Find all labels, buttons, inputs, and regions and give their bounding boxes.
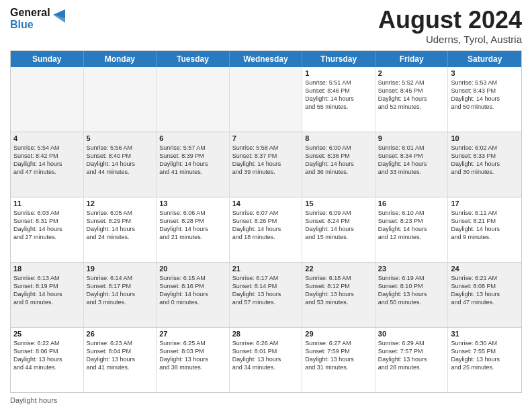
calendar-cell	[84, 67, 157, 132]
day-number: 16	[378, 199, 445, 208]
calendar-cell: 13Sunrise: 6:06 AM Sunset: 8:28 PM Dayli…	[157, 197, 230, 262]
header: General Blue August 2024 Uderns, Tyrol, …	[10, 7, 522, 45]
day-info: Sunrise: 6:06 AM Sunset: 8:28 PM Dayligh…	[159, 209, 226, 242]
day-number: 13	[159, 199, 226, 208]
day-info: Sunrise: 5:52 AM Sunset: 8:45 PM Dayligh…	[378, 79, 445, 111]
calendar-cell: 23Sunrise: 6:19 AM Sunset: 8:10 PM Dayli…	[375, 263, 449, 327]
calendar-cell: 31Sunrise: 6:30 AM Sunset: 7:55 PM Dayli…	[448, 328, 521, 392]
day-info: Sunrise: 6:19 AM Sunset: 8:10 PM Dayligh…	[378, 274, 445, 307]
calendar-header-cell: Thursday	[302, 51, 375, 67]
calendar-cell: 27Sunrise: 6:25 AM Sunset: 8:03 PM Dayli…	[157, 328, 230, 392]
calendar-cell: 16Sunrise: 6:10 AM Sunset: 8:23 PM Dayli…	[375, 197, 449, 262]
day-number: 21	[232, 265, 300, 273]
day-info: Sunrise: 5:58 AM Sunset: 8:37 PM Dayligh…	[232, 144, 300, 177]
logo-text: General Blue	[10, 7, 50, 30]
day-number: 26	[87, 330, 154, 338]
calendar-header-cell: Monday	[84, 51, 157, 67]
day-number: 25	[13, 330, 81, 338]
calendar-cell: 21Sunrise: 6:17 AM Sunset: 8:14 PM Dayli…	[230, 263, 303, 327]
day-number: 19	[87, 265, 154, 273]
day-number: 24	[451, 265, 519, 273]
day-number: 20	[159, 265, 226, 273]
day-number: 12	[87, 199, 154, 208]
calendar-cell: 25Sunrise: 6:22 AM Sunset: 8:06 PM Dayli…	[11, 328, 84, 392]
main-title: August 2024	[378, 7, 522, 34]
day-info: Sunrise: 6:26 AM Sunset: 8:01 PM Dayligh…	[232, 339, 300, 372]
day-info: Sunrise: 6:23 AM Sunset: 8:04 PM Dayligh…	[87, 339, 154, 372]
day-info: Sunrise: 6:00 AM Sunset: 8:36 PM Dayligh…	[305, 144, 372, 177]
day-info: Sunrise: 6:01 AM Sunset: 8:34 PM Dayligh…	[378, 144, 445, 177]
calendar-week: 18Sunrise: 6:13 AM Sunset: 8:19 PM Dayli…	[11, 263, 521, 328]
calendar-header-cell: Wednesday	[230, 51, 303, 67]
calendar-cell: 19Sunrise: 6:14 AM Sunset: 8:17 PM Dayli…	[84, 263, 157, 327]
day-info: Sunrise: 6:27 AM Sunset: 7:59 PM Dayligh…	[305, 339, 372, 372]
day-number: 18	[13, 265, 81, 273]
calendar-cell: 11Sunrise: 6:03 AM Sunset: 8:31 PM Dayli…	[11, 197, 84, 262]
calendar-cell: 17Sunrise: 6:11 AM Sunset: 8:21 PM Dayli…	[448, 197, 521, 262]
day-info: Sunrise: 6:02 AM Sunset: 8:33 PM Dayligh…	[451, 144, 519, 177]
day-info: Sunrise: 6:09 AM Sunset: 8:24 PM Dayligh…	[305, 209, 372, 242]
day-info: Sunrise: 6:10 AM Sunset: 8:23 PM Dayligh…	[378, 209, 445, 242]
calendar-cell: 6Sunrise: 5:57 AM Sunset: 8:39 PM Daylig…	[157, 132, 230, 197]
day-info: Sunrise: 6:30 AM Sunset: 7:55 PM Dayligh…	[451, 339, 519, 372]
day-info: Sunrise: 5:53 AM Sunset: 8:43 PM Dayligh…	[451, 79, 519, 111]
day-info: Sunrise: 6:29 AM Sunset: 7:57 PM Dayligh…	[378, 339, 445, 372]
subtitle: Uderns, Tyrol, Austria	[378, 34, 522, 45]
day-number: 8	[305, 134, 372, 142]
calendar-header-cell: Sunday	[11, 51, 84, 67]
day-info: Sunrise: 6:17 AM Sunset: 8:14 PM Dayligh…	[232, 274, 300, 307]
day-info: Sunrise: 6:11 AM Sunset: 8:21 PM Dayligh…	[451, 209, 519, 242]
calendar-header-row: SundayMondayTuesdayWednesdayThursdayFrid…	[11, 51, 521, 67]
calendar-header-cell: Friday	[375, 51, 449, 67]
day-number: 4	[13, 134, 81, 142]
day-info: Sunrise: 5:51 AM Sunset: 8:46 PM Dayligh…	[305, 79, 372, 111]
day-info: Sunrise: 6:21 AM Sunset: 8:08 PM Dayligh…	[451, 274, 519, 307]
day-info: Sunrise: 6:07 AM Sunset: 8:26 PM Dayligh…	[232, 209, 300, 242]
calendar-cell: 30Sunrise: 6:29 AM Sunset: 7:57 PM Dayli…	[375, 328, 449, 392]
day-number: 6	[159, 134, 226, 142]
calendar-cell: 14Sunrise: 6:07 AM Sunset: 8:26 PM Dayli…	[230, 197, 303, 262]
page: General Blue August 2024 Uderns, Tyrol, …	[0, 0, 532, 411]
day-number: 28	[232, 330, 300, 338]
calendar-cell	[230, 67, 303, 132]
calendar-week: 11Sunrise: 6:03 AM Sunset: 8:31 PM Dayli…	[11, 197, 521, 263]
calendar-cell: 2Sunrise: 5:52 AM Sunset: 8:45 PM Daylig…	[375, 67, 449, 132]
day-info: Sunrise: 6:25 AM Sunset: 8:03 PM Dayligh…	[159, 339, 226, 372]
calendar-cell: 3Sunrise: 5:53 AM Sunset: 8:43 PM Daylig…	[448, 67, 521, 132]
day-info: Sunrise: 6:05 AM Sunset: 8:29 PM Dayligh…	[87, 209, 154, 242]
calendar-cell	[11, 67, 84, 132]
calendar-header-cell: Saturday	[448, 51, 521, 67]
calendar-cell	[157, 67, 230, 132]
logo-blue: Blue	[10, 19, 34, 30]
calendar-cell: 26Sunrise: 6:23 AM Sunset: 8:04 PM Dayli…	[84, 328, 157, 392]
calendar: SundayMondayTuesdayWednesdayThursdayFrid…	[10, 50, 522, 393]
calendar-cell: 1Sunrise: 5:51 AM Sunset: 8:46 PM Daylig…	[302, 67, 375, 132]
day-number: 1	[305, 69, 372, 77]
logo: General Blue	[10, 7, 65, 30]
day-info: Sunrise: 6:14 AM Sunset: 8:17 PM Dayligh…	[87, 274, 154, 307]
calendar-cell: 29Sunrise: 6:27 AM Sunset: 7:59 PM Dayli…	[302, 328, 375, 392]
calendar-cell: 4Sunrise: 5:54 AM Sunset: 8:42 PM Daylig…	[11, 132, 84, 197]
day-number: 7	[232, 134, 300, 142]
day-number: 14	[232, 199, 300, 208]
day-number: 15	[305, 199, 372, 208]
day-info: Sunrise: 6:13 AM Sunset: 8:19 PM Dayligh…	[13, 274, 81, 307]
day-info: Sunrise: 5:56 AM Sunset: 8:40 PM Dayligh…	[87, 144, 154, 177]
calendar-week: 25Sunrise: 6:22 AM Sunset: 8:06 PM Dayli…	[11, 328, 521, 392]
calendar-body: 1Sunrise: 5:51 AM Sunset: 8:46 PM Daylig…	[11, 67, 521, 392]
calendar-cell: 15Sunrise: 6:09 AM Sunset: 8:24 PM Dayli…	[302, 197, 375, 262]
footer-note: Daylight hours	[10, 396, 522, 404]
calendar-cell: 22Sunrise: 6:18 AM Sunset: 8:12 PM Dayli…	[302, 263, 375, 327]
day-number: 23	[378, 265, 445, 273]
day-info: Sunrise: 5:57 AM Sunset: 8:39 PM Dayligh…	[159, 144, 226, 177]
calendar-header-cell: Tuesday	[157, 51, 230, 67]
day-info: Sunrise: 6:15 AM Sunset: 8:16 PM Dayligh…	[159, 274, 226, 307]
day-number: 31	[451, 330, 519, 338]
calendar-cell: 18Sunrise: 6:13 AM Sunset: 8:19 PM Dayli…	[11, 263, 84, 327]
day-info: Sunrise: 6:22 AM Sunset: 8:06 PM Dayligh…	[13, 339, 81, 372]
day-number: 29	[305, 330, 372, 338]
day-number: 9	[378, 134, 445, 142]
day-number: 30	[378, 330, 445, 338]
day-number: 27	[159, 330, 226, 338]
day-number: 17	[451, 199, 519, 208]
